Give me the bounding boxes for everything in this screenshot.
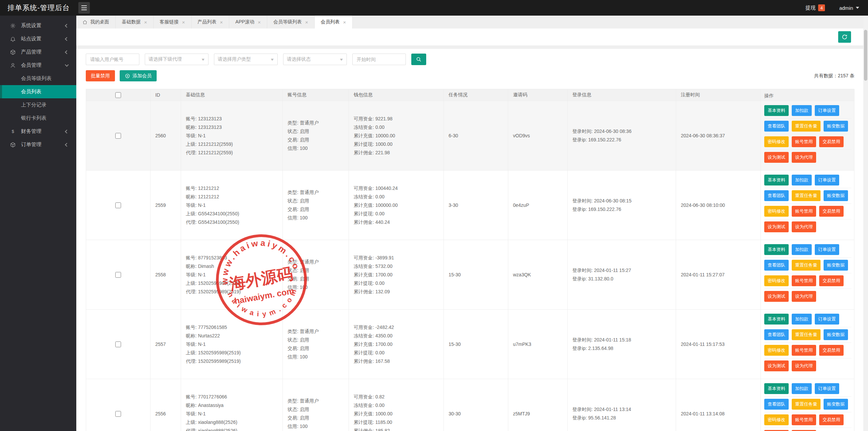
order-settings-button[interactable]: 订单设置 [815, 383, 839, 394]
chevron-down-icon: ▼ [201, 58, 205, 61]
reset-task-button[interactable]: 重置任务量 [792, 121, 821, 132]
account-search-input[interactable] [86, 54, 139, 65]
tab-service-links[interactable]: 客服链接 × [154, 16, 192, 28]
balance-log-button[interactable]: 账变数据 [824, 190, 848, 201]
view-team-button[interactable]: 查看团队 [764, 190, 789, 201]
disable-account-button[interactable]: 账号禁用 [792, 414, 816, 425]
row-checkbox[interactable] [115, 411, 121, 417]
add-deduct-button[interactable]: 加扣款 [792, 383, 812, 394]
status-select[interactable]: 请选择状态 ▼ [283, 54, 347, 65]
set-agent-button[interactable]: 设为代理 [792, 221, 816, 232]
sidebar-item-bank-card-list[interactable]: 银行卡列表 [0, 112, 76, 125]
tab-app-scroll[interactable]: APP滚动 × [229, 16, 267, 28]
batch-disable-button[interactable]: 批量禁用 [86, 70, 115, 81]
order-settings-button[interactable]: 订单设置 [815, 175, 839, 185]
close-icon[interactable]: × [182, 19, 185, 25]
balance-log-button[interactable]: 账变数据 [824, 399, 848, 410]
add-deduct-button[interactable]: 加扣款 [792, 244, 812, 255]
view-team-button[interactable]: 查看团队 [764, 121, 789, 132]
balance-log-button[interactable]: 账变数据 [824, 121, 848, 132]
change-password-button[interactable]: 密码修改 [764, 275, 789, 286]
change-password-button[interactable]: 密码修改 [764, 414, 789, 425]
close-icon[interactable]: × [305, 19, 308, 25]
disable-account-button[interactable]: 账号禁用 [792, 345, 816, 356]
scrollbar-track[interactable] [863, 16, 868, 431]
sidebar-item-product-management[interactable]: 产品管理 [0, 45, 76, 59]
set-agent-button[interactable]: 设为代理 [792, 360, 816, 371]
select-all-checkbox[interactable] [115, 92, 121, 98]
sidebar-item-member-level-list[interactable]: 会员等级列表 [0, 72, 76, 85]
close-icon[interactable]: × [144, 19, 147, 25]
basic-profile-button[interactable]: 基本资料 [764, 105, 789, 116]
row-checkbox[interactable] [115, 202, 121, 208]
sidebar-item-system-settings[interactable]: 系统设置 [0, 19, 76, 32]
user-menu[interactable]: admin [839, 5, 859, 11]
set-test-button[interactable]: 设为测试 [764, 360, 789, 371]
sidebar-item-member-management[interactable]: 会员管理 [0, 59, 76, 72]
close-icon[interactable]: × [220, 19, 223, 25]
change-password-button[interactable]: 密码修改 [764, 206, 789, 217]
balance-log-button[interactable]: 账变数据 [824, 329, 848, 340]
set-test-button[interactable]: 设为测试 [764, 152, 789, 163]
row-checkbox[interactable] [115, 341, 121, 347]
disable-account-button[interactable]: 账号禁用 [792, 206, 816, 217]
add-deduct-button[interactable]: 加扣款 [792, 314, 812, 325]
sidebar-item-site-settings[interactable]: 站点设置 [0, 32, 76, 45]
disable-trade-button[interactable]: 交易禁用 [819, 345, 844, 356]
basic-profile-button[interactable]: 基本资料 [764, 175, 789, 185]
disable-trade-button[interactable]: 交易禁用 [819, 275, 844, 286]
view-team-button[interactable]: 查看团队 [764, 399, 789, 410]
add-deduct-button[interactable]: 加扣款 [792, 105, 812, 116]
close-icon[interactable]: × [258, 19, 261, 25]
set-test-button[interactable]: 设为测试 [764, 291, 789, 302]
close-icon[interactable]: × [343, 19, 346, 25]
search-button[interactable] [411, 54, 426, 65]
view-team-button[interactable]: 查看团队 [764, 329, 789, 340]
reset-task-button[interactable]: 重置任务量 [792, 260, 821, 271]
withdraw-menu[interactable]: 提现 4 [805, 4, 825, 11]
sidebar-item-finance-management[interactable]: $ 财务管理 [0, 125, 76, 138]
sidebar-item-updown-records[interactable]: 上下分记录 [0, 98, 76, 112]
view-team-button[interactable]: 查看团队 [764, 260, 789, 271]
sidebar-item-member-list[interactable]: 会员列表 [0, 85, 76, 98]
reset-task-button[interactable]: 重置任务量 [792, 190, 821, 201]
order-settings-button[interactable]: 订单设置 [815, 314, 839, 325]
order-settings-button[interactable]: 订单设置 [815, 244, 839, 255]
change-password-button[interactable]: 密码修改 [764, 136, 789, 147]
set-agent-button[interactable]: 设为代理 [792, 291, 816, 302]
disable-trade-button[interactable]: 交易禁用 [819, 206, 844, 217]
tab-member-list[interactable]: 会员列表 × [315, 16, 353, 28]
row-checkbox[interactable] [115, 133, 121, 139]
reset-task-button[interactable]: 重置任务量 [792, 399, 821, 410]
start-time-input[interactable] [352, 54, 406, 65]
basic-profile-button[interactable]: 基本资料 [764, 314, 789, 325]
tab-basic-data[interactable]: 基础数据 × [116, 16, 154, 28]
disable-trade-button[interactable]: 交易禁用 [819, 136, 844, 147]
agent-select[interactable]: 请选择下级代理 ▼ [145, 54, 209, 65]
change-password-button[interactable]: 密码修改 [764, 345, 789, 356]
set-agent-button[interactable]: 设为代理 [792, 152, 816, 163]
balance-log-button[interactable]: 账变数据 [824, 260, 848, 271]
withdraw-label: 提现 [805, 5, 815, 11]
tab-member-level-list[interactable]: 会员等级列表 × [267, 16, 315, 28]
add-deduct-button[interactable]: 加扣款 [792, 175, 812, 185]
disable-account-button[interactable]: 账号禁用 [792, 136, 816, 147]
tab-product-list[interactable]: 产品列表 × [192, 16, 230, 28]
tab-my-desktop[interactable]: 我的桌面 [76, 16, 116, 28]
add-member-button[interactable]: 添加会员 [120, 70, 157, 81]
basic-profile-button[interactable]: 基本资料 [764, 244, 789, 255]
hamburger-menu-icon[interactable] [78, 2, 90, 14]
cell-invite-code: u7mPK3 [508, 310, 568, 379]
row-checkbox[interactable] [115, 272, 121, 278]
table-row: 2558 账号:87791523803 昵称:Dimash 等级:N-1 上级:… [86, 240, 854, 309]
scrollbar-thumb[interactable] [864, 30, 867, 81]
sidebar-item-order-management[interactable]: 订单管理 [0, 138, 76, 151]
disable-account-button[interactable]: 账号禁用 [792, 275, 816, 286]
order-settings-button[interactable]: 订单设置 [815, 105, 839, 116]
user-type-select[interactable]: 请选择用户类型 ▼ [214, 54, 278, 65]
disable-trade-button[interactable]: 交易禁用 [819, 414, 844, 425]
basic-profile-button[interactable]: 基本资料 [764, 383, 789, 394]
refresh-button[interactable] [838, 31, 851, 43]
reset-task-button[interactable]: 重置任务量 [792, 329, 821, 340]
set-test-button[interactable]: 设为测试 [764, 221, 789, 232]
